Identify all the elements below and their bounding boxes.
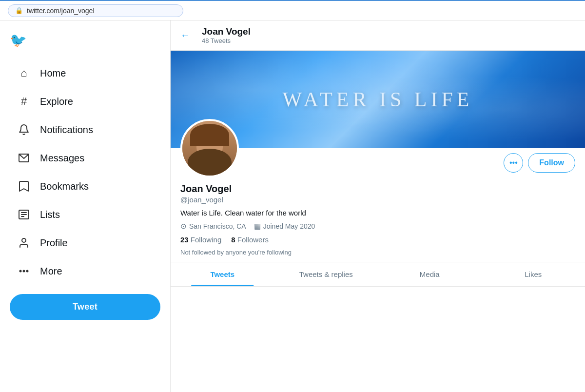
sidebar-item-bookmarks[interactable]: Bookmarks <box>10 173 160 199</box>
joined-meta: ▦ Joined May 2020 <box>254 222 315 231</box>
followers-count: 8 <box>231 235 235 244</box>
avatar-action-row: ••• Follow <box>180 148 575 177</box>
messages-icon <box>17 151 31 165</box>
url-text: twitter.com/joan_vogel <box>27 7 95 15</box>
profile-tweet-count: 48 Tweets <box>202 37 251 44</box>
location-icon: ⊙ <box>180 222 187 231</box>
profile-meta: ⊙ San Francisco, CA ▦ Joined May 2020 <box>180 222 575 231</box>
profile-header-bar: ← Joan Vogel 48 Tweets <box>171 20 585 51</box>
profile-header-info: Joan Vogel 48 Tweets <box>202 26 251 44</box>
following-label: Following <box>191 235 221 244</box>
tab-tweets-label: Tweets <box>210 270 234 278</box>
profile-handle: @joan_vogel <box>180 196 575 204</box>
action-buttons: ••• Follow <box>504 153 575 177</box>
avatar-hair <box>190 124 229 146</box>
more-options-button[interactable]: ••• <box>504 153 523 173</box>
not-followed-text: Not followed by anyone you're following <box>180 249 575 256</box>
tweet-button[interactable]: Tweet <box>10 294 160 320</box>
follow-button[interactable]: Follow <box>528 153 575 173</box>
sidebar-item-lists[interactable]: Lists <box>10 201 160 228</box>
home-icon: ⌂ <box>17 66 31 80</box>
tab-likes-label: Likes <box>525 270 542 278</box>
sidebar-item-label: More <box>40 266 62 277</box>
sidebar-item-label: Notifications <box>40 124 93 136</box>
profile-name: Joan Vogel <box>180 183 575 195</box>
sidebar-item-explore[interactable]: # Explore <box>10 88 160 115</box>
tab-likes[interactable]: Likes <box>482 262 585 286</box>
profile-header-name: Joan Vogel <box>202 26 251 37</box>
tab-media[interactable]: Media <box>378 262 482 286</box>
sidebar-item-label: Messages <box>40 153 84 164</box>
profile-bio: Water is Life. Clean water for the world <box>180 209 575 217</box>
cover-text: WATER IS LIFE <box>283 88 473 111</box>
profile-tabs: Tweets Tweets & replies Media Likes <box>171 262 585 287</box>
calendar-icon: ▦ <box>254 222 261 231</box>
sidebar-item-profile[interactable]: Profile <box>10 230 160 256</box>
main-content: ← Joan Vogel 48 Tweets WATER IS LIFE ••• <box>171 20 585 392</box>
location-meta: ⊙ San Francisco, CA <box>180 222 246 231</box>
sidebar-item-label: Home <box>40 68 66 79</box>
profile-icon <box>17 235 31 250</box>
sidebar-item-label: Bookmarks <box>40 181 89 192</box>
followers-stat[interactable]: 8 Followers <box>231 235 269 244</box>
profile-section: ••• Follow Joan Vogel @joan_vogel Water … <box>171 148 585 262</box>
app-layout: 🐦 ⌂ Home # Explore Notifications <box>0 20 585 392</box>
sidebar-item-messages[interactable]: Messages <box>10 145 160 171</box>
tab-tweets-replies-label: Tweets & replies <box>299 270 353 278</box>
sidebar-item-home[interactable]: ⌂ Home <box>10 60 160 86</box>
bell-icon <box>17 122 31 137</box>
sidebar-item-label: Lists <box>40 209 60 220</box>
sidebar-item-label: Explore <box>40 96 73 107</box>
twitter-logo: 🐦 <box>10 28 160 52</box>
svg-point-7 <box>23 271 25 272</box>
followers-label: Followers <box>237 235 269 244</box>
tab-tweets[interactable]: Tweets <box>171 262 274 286</box>
avatar-face <box>182 121 237 176</box>
svg-point-6 <box>20 271 21 272</box>
svg-point-8 <box>27 271 28 272</box>
more-options-icon: ••• <box>509 158 518 167</box>
address-bar: 🔒 twitter.com/joan_vogel <box>0 0 585 20</box>
profile-stats: 23 Following 8 Followers <box>180 235 575 244</box>
sidebar: 🐦 ⌂ Home # Explore Notifications <box>0 20 171 392</box>
joined-text: Joined May 2020 <box>263 222 315 230</box>
url-input[interactable]: 🔒 twitter.com/joan_vogel <box>8 4 183 17</box>
sidebar-item-notifications[interactable]: Notifications <box>10 117 160 143</box>
following-stat[interactable]: 23 Following <box>180 235 221 244</box>
sidebar-item-label: Profile <box>40 237 68 249</box>
explore-icon: # <box>17 94 31 109</box>
following-count: 23 <box>180 235 189 244</box>
back-button[interactable]: ← <box>180 30 190 41</box>
location-text: San Francisco, CA <box>189 222 246 230</box>
tab-tweets-replies[interactable]: Tweets & replies <box>274 262 378 286</box>
avatar <box>180 119 239 177</box>
tab-media-label: Media <box>420 270 440 278</box>
svg-point-5 <box>22 238 26 242</box>
sidebar-item-more[interactable]: More <box>10 258 160 284</box>
lists-icon <box>17 207 31 222</box>
lock-icon: 🔒 <box>15 7 23 14</box>
more-icon <box>17 264 31 278</box>
bookmarks-icon <box>17 179 31 194</box>
